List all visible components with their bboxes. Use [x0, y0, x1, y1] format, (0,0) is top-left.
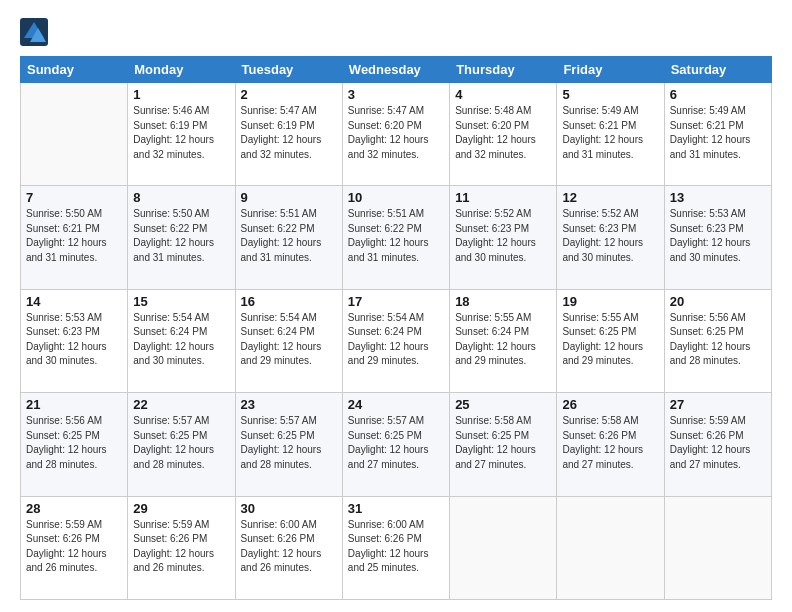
- day-cell: 3Sunrise: 5:47 AMSunset: 6:20 PMDaylight…: [342, 83, 449, 186]
- weekday-thursday: Thursday: [450, 57, 557, 83]
- day-cell: 22Sunrise: 5:57 AMSunset: 6:25 PMDayligh…: [128, 393, 235, 496]
- day-cell: 5Sunrise: 5:49 AMSunset: 6:21 PMDaylight…: [557, 83, 664, 186]
- day-info: Sunrise: 5:53 AMSunset: 6:23 PMDaylight:…: [670, 207, 766, 265]
- day-number: 21: [26, 397, 122, 412]
- day-cell: 28Sunrise: 5:59 AMSunset: 6:26 PMDayligh…: [21, 496, 128, 599]
- day-info: Sunrise: 5:55 AMSunset: 6:25 PMDaylight:…: [562, 311, 658, 369]
- day-number: 7: [26, 190, 122, 205]
- day-cell: [664, 496, 771, 599]
- day-number: 11: [455, 190, 551, 205]
- day-info: Sunrise: 5:50 AMSunset: 6:21 PMDaylight:…: [26, 207, 122, 265]
- calendar-body: 1Sunrise: 5:46 AMSunset: 6:19 PMDaylight…: [21, 83, 772, 600]
- week-row-1: 1Sunrise: 5:46 AMSunset: 6:19 PMDaylight…: [21, 83, 772, 186]
- day-number: 20: [670, 294, 766, 309]
- day-cell: 8Sunrise: 5:50 AMSunset: 6:22 PMDaylight…: [128, 186, 235, 289]
- day-cell: 19Sunrise: 5:55 AMSunset: 6:25 PMDayligh…: [557, 289, 664, 392]
- day-info: Sunrise: 5:52 AMSunset: 6:23 PMDaylight:…: [455, 207, 551, 265]
- day-number: 1: [133, 87, 229, 102]
- day-number: 8: [133, 190, 229, 205]
- day-number: 2: [241, 87, 337, 102]
- day-info: Sunrise: 5:58 AMSunset: 6:26 PMDaylight:…: [562, 414, 658, 472]
- day-number: 22: [133, 397, 229, 412]
- weekday-friday: Friday: [557, 57, 664, 83]
- day-info: Sunrise: 5:56 AMSunset: 6:25 PMDaylight:…: [26, 414, 122, 472]
- day-info: Sunrise: 5:57 AMSunset: 6:25 PMDaylight:…: [348, 414, 444, 472]
- day-number: 26: [562, 397, 658, 412]
- day-info: Sunrise: 5:52 AMSunset: 6:23 PMDaylight:…: [562, 207, 658, 265]
- day-cell: 27Sunrise: 5:59 AMSunset: 6:26 PMDayligh…: [664, 393, 771, 496]
- day-info: Sunrise: 6:00 AMSunset: 6:26 PMDaylight:…: [348, 518, 444, 576]
- day-info: Sunrise: 5:51 AMSunset: 6:22 PMDaylight:…: [241, 207, 337, 265]
- day-info: Sunrise: 5:49 AMSunset: 6:21 PMDaylight:…: [670, 104, 766, 162]
- day-cell: [450, 496, 557, 599]
- day-cell: 9Sunrise: 5:51 AMSunset: 6:22 PMDaylight…: [235, 186, 342, 289]
- day-number: 15: [133, 294, 229, 309]
- day-info: Sunrise: 5:51 AMSunset: 6:22 PMDaylight:…: [348, 207, 444, 265]
- day-cell: 1Sunrise: 5:46 AMSunset: 6:19 PMDaylight…: [128, 83, 235, 186]
- day-info: Sunrise: 5:59 AMSunset: 6:26 PMDaylight:…: [670, 414, 766, 472]
- day-number: 27: [670, 397, 766, 412]
- week-row-5: 28Sunrise: 5:59 AMSunset: 6:26 PMDayligh…: [21, 496, 772, 599]
- day-cell: [557, 496, 664, 599]
- day-cell: 20Sunrise: 5:56 AMSunset: 6:25 PMDayligh…: [664, 289, 771, 392]
- day-cell: 17Sunrise: 5:54 AMSunset: 6:24 PMDayligh…: [342, 289, 449, 392]
- weekday-saturday: Saturday: [664, 57, 771, 83]
- day-cell: 31Sunrise: 6:00 AMSunset: 6:26 PMDayligh…: [342, 496, 449, 599]
- day-number: 17: [348, 294, 444, 309]
- day-cell: 6Sunrise: 5:49 AMSunset: 6:21 PMDaylight…: [664, 83, 771, 186]
- day-cell: 30Sunrise: 6:00 AMSunset: 6:26 PMDayligh…: [235, 496, 342, 599]
- day-info: Sunrise: 5:57 AMSunset: 6:25 PMDaylight:…: [241, 414, 337, 472]
- day-number: 3: [348, 87, 444, 102]
- day-info: Sunrise: 5:50 AMSunset: 6:22 PMDaylight:…: [133, 207, 229, 265]
- day-info: Sunrise: 5:47 AMSunset: 6:20 PMDaylight:…: [348, 104, 444, 162]
- day-info: Sunrise: 5:57 AMSunset: 6:25 PMDaylight:…: [133, 414, 229, 472]
- logo: [20, 18, 52, 46]
- weekday-tuesday: Tuesday: [235, 57, 342, 83]
- day-info: Sunrise: 5:54 AMSunset: 6:24 PMDaylight:…: [133, 311, 229, 369]
- logo-icon: [20, 18, 48, 46]
- day-number: 9: [241, 190, 337, 205]
- day-info: Sunrise: 5:47 AMSunset: 6:19 PMDaylight:…: [241, 104, 337, 162]
- day-cell: 4Sunrise: 5:48 AMSunset: 6:20 PMDaylight…: [450, 83, 557, 186]
- day-info: Sunrise: 6:00 AMSunset: 6:26 PMDaylight:…: [241, 518, 337, 576]
- calendar-table: SundayMondayTuesdayWednesdayThursdayFrid…: [20, 56, 772, 600]
- day-info: Sunrise: 5:56 AMSunset: 6:25 PMDaylight:…: [670, 311, 766, 369]
- day-number: 5: [562, 87, 658, 102]
- day-cell: 13Sunrise: 5:53 AMSunset: 6:23 PMDayligh…: [664, 186, 771, 289]
- day-number: 13: [670, 190, 766, 205]
- day-number: 10: [348, 190, 444, 205]
- day-number: 29: [133, 501, 229, 516]
- day-cell: 23Sunrise: 5:57 AMSunset: 6:25 PMDayligh…: [235, 393, 342, 496]
- day-number: 28: [26, 501, 122, 516]
- day-cell: 24Sunrise: 5:57 AMSunset: 6:25 PMDayligh…: [342, 393, 449, 496]
- day-cell: 25Sunrise: 5:58 AMSunset: 6:25 PMDayligh…: [450, 393, 557, 496]
- day-cell: 12Sunrise: 5:52 AMSunset: 6:23 PMDayligh…: [557, 186, 664, 289]
- day-cell: 7Sunrise: 5:50 AMSunset: 6:21 PMDaylight…: [21, 186, 128, 289]
- day-cell: [21, 83, 128, 186]
- weekday-monday: Monday: [128, 57, 235, 83]
- day-info: Sunrise: 5:46 AMSunset: 6:19 PMDaylight:…: [133, 104, 229, 162]
- day-number: 12: [562, 190, 658, 205]
- day-cell: 16Sunrise: 5:54 AMSunset: 6:24 PMDayligh…: [235, 289, 342, 392]
- day-number: 14: [26, 294, 122, 309]
- header: [20, 18, 772, 46]
- day-info: Sunrise: 5:54 AMSunset: 6:24 PMDaylight:…: [348, 311, 444, 369]
- day-info: Sunrise: 5:55 AMSunset: 6:24 PMDaylight:…: [455, 311, 551, 369]
- day-cell: 14Sunrise: 5:53 AMSunset: 6:23 PMDayligh…: [21, 289, 128, 392]
- weekday-wednesday: Wednesday: [342, 57, 449, 83]
- day-cell: 29Sunrise: 5:59 AMSunset: 6:26 PMDayligh…: [128, 496, 235, 599]
- day-number: 25: [455, 397, 551, 412]
- day-info: Sunrise: 5:48 AMSunset: 6:20 PMDaylight:…: [455, 104, 551, 162]
- day-info: Sunrise: 5:59 AMSunset: 6:26 PMDaylight:…: [133, 518, 229, 576]
- day-info: Sunrise: 5:58 AMSunset: 6:25 PMDaylight:…: [455, 414, 551, 472]
- day-number: 4: [455, 87, 551, 102]
- day-cell: 10Sunrise: 5:51 AMSunset: 6:22 PMDayligh…: [342, 186, 449, 289]
- week-row-3: 14Sunrise: 5:53 AMSunset: 6:23 PMDayligh…: [21, 289, 772, 392]
- day-cell: 2Sunrise: 5:47 AMSunset: 6:19 PMDaylight…: [235, 83, 342, 186]
- day-cell: 26Sunrise: 5:58 AMSunset: 6:26 PMDayligh…: [557, 393, 664, 496]
- day-number: 24: [348, 397, 444, 412]
- week-row-2: 7Sunrise: 5:50 AMSunset: 6:21 PMDaylight…: [21, 186, 772, 289]
- day-cell: 18Sunrise: 5:55 AMSunset: 6:24 PMDayligh…: [450, 289, 557, 392]
- day-number: 6: [670, 87, 766, 102]
- day-number: 18: [455, 294, 551, 309]
